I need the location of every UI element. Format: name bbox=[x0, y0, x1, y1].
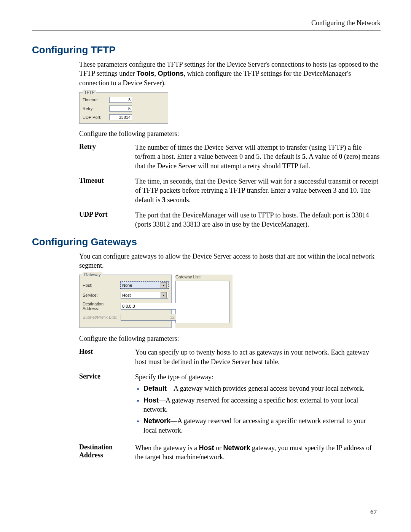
param-retry-b1: 5 bbox=[302, 153, 306, 160]
gw-subnet-row: Subnet/Prefix Bits: bbox=[83, 314, 168, 321]
bullet-default-t: —A gateway which provides general access… bbox=[167, 385, 365, 392]
chevron-down-icon[interactable]: ▾ bbox=[161, 282, 167, 288]
bullet-default: Default—A gateway which provides general… bbox=[143, 384, 381, 393]
param-dest-pre: When the gateway is a bbox=[135, 444, 199, 452]
tftp-heading: Configuring TFTP bbox=[32, 44, 381, 56]
param-udpport-pre: The port that the DeviceManager will use… bbox=[135, 211, 369, 228]
param-retry-desc: The number of times the Device Server wi… bbox=[135, 143, 381, 171]
param-service-term: Service bbox=[79, 372, 135, 380]
param-service-bullets: Default—A gateway which provides general… bbox=[135, 384, 381, 435]
gw-host-select[interactable]: None ▾ bbox=[121, 282, 168, 289]
page: Configuring the Network Configuring TFTP… bbox=[0, 0, 411, 532]
param-host-desc: You can specify up to twenty hosts to ac… bbox=[135, 348, 381, 366]
gw-list-box[interactable] bbox=[175, 281, 229, 323]
gw-panel-wrap: Gateway Host: None ▾ Service: Host ▾ bbox=[79, 275, 381, 328]
param-service-lead: Specify the type of gateway: bbox=[135, 373, 213, 381]
gw-service-row: Service: Host ▾ bbox=[83, 292, 168, 299]
tftp-panel-legend: TFTP bbox=[83, 90, 96, 94]
running-header: Configuring the Network bbox=[32, 19, 381, 27]
param-service: Service Specify the type of gateway: Def… bbox=[79, 372, 381, 437]
tftp-retry-row: Retry: bbox=[83, 105, 165, 112]
gw-host-label: Host: bbox=[83, 283, 121, 288]
tftp-intro-mid: , bbox=[155, 70, 158, 77]
param-udpport-term: UDP Port bbox=[79, 211, 135, 219]
header-rule bbox=[32, 30, 381, 30]
bullet-host: Host—A gateway reserved for accessing a … bbox=[143, 396, 381, 414]
page-number: 67 bbox=[370, 508, 377, 516]
param-service-desc: Specify the type of gateway: Default—A g… bbox=[135, 372, 381, 437]
gw-subnet-label: Subnet/Prefix Bits: bbox=[83, 315, 121, 320]
param-dest-term: Destination Address bbox=[79, 443, 135, 459]
param-dest-mid: or bbox=[214, 444, 223, 452]
bullet-network: Network—A gateway reserved for accessing… bbox=[143, 416, 381, 435]
gw-service-label: Service: bbox=[83, 293, 121, 297]
tftp-timeout-input[interactable] bbox=[109, 97, 132, 103]
param-dest: Destination Address When the gateway is … bbox=[79, 443, 381, 462]
param-host-term: Host bbox=[79, 348, 135, 356]
param-timeout: Timeout The time, in seconds, that the D… bbox=[79, 177, 381, 204]
gw-configure-line: Configure the following parameters: bbox=[79, 334, 381, 343]
tftp-timeout-label: Timeout: bbox=[83, 97, 109, 102]
gw-service-value: Host bbox=[122, 293, 131, 297]
gw-body: You can configure gateways to allow the … bbox=[79, 252, 381, 462]
param-timeout-desc: The time, in seconds, that the Device Se… bbox=[135, 177, 381, 204]
gw-panel: Gateway Host: None ▾ Service: Host ▾ bbox=[79, 275, 172, 328]
tftp-intro: These parameters configure the TFTP sett… bbox=[79, 60, 381, 88]
gw-param-table: Host You can specify up to twenty hosts … bbox=[79, 348, 381, 462]
tftp-configure-line: Configure the following parameters: bbox=[79, 129, 381, 138]
gw-panel-legend: Gateway bbox=[83, 272, 102, 277]
param-retry: Retry The number of times the Device Ser… bbox=[79, 143, 381, 171]
gw-service-select[interactable]: Host ▾ bbox=[121, 292, 168, 299]
tftp-body: These parameters configure the TFTP sett… bbox=[79, 60, 381, 229]
gw-subnet-input bbox=[121, 314, 176, 321]
tftp-param-table: Retry The number of times the Device Ser… bbox=[79, 143, 381, 229]
param-dest-b2: Network bbox=[223, 444, 250, 452]
tftp-udpport-row: UDP Port: bbox=[83, 114, 165, 120]
param-timeout-post: seconds. bbox=[166, 196, 191, 204]
gw-list: Gateway List: bbox=[175, 275, 233, 328]
gw-dest-row: Destination Address: bbox=[83, 302, 168, 311]
param-udpport: UDP Port The port that the DeviceManager… bbox=[79, 211, 381, 229]
chevron-down-icon[interactable]: ▾ bbox=[161, 292, 167, 298]
param-udpport-desc: The port that the DeviceManager will use… bbox=[135, 211, 381, 229]
bullet-host-b: Host bbox=[143, 396, 159, 404]
bullet-host-t: —A gateway reserved for accessing a spec… bbox=[143, 396, 358, 413]
tftp-retry-input[interactable] bbox=[109, 105, 132, 112]
tftp-udpport-input[interactable] bbox=[109, 114, 132, 120]
gw-heading: Configuring Gateways bbox=[32, 236, 381, 248]
gw-list-label: Gateway List: bbox=[175, 275, 233, 279]
param-dest-desc: When the gateway is a Host or Network ga… bbox=[135, 443, 381, 462]
tftp-retry-label: Retry: bbox=[83, 106, 109, 111]
bullet-network-b: Network bbox=[143, 417, 170, 425]
tftp-panel: TFTP Timeout: Retry: UDP Port: bbox=[79, 92, 168, 124]
param-dest-b1: Host bbox=[199, 444, 214, 452]
param-timeout-b1: 3 bbox=[162, 196, 166, 204]
tftp-intro-b1: Tools bbox=[137, 70, 155, 77]
param-retry-term: Retry bbox=[79, 143, 135, 151]
gw-host-value: None bbox=[122, 283, 132, 288]
tftp-timeout-row: Timeout: bbox=[83, 97, 165, 103]
gw-dest-input[interactable] bbox=[121, 303, 176, 310]
param-retry-b2: 0 bbox=[339, 153, 342, 160]
bullet-network-t: —A gateway reserved for accessing a spec… bbox=[143, 417, 366, 434]
param-timeout-term: Timeout bbox=[79, 177, 135, 185]
tftp-intro-b2: Options bbox=[158, 70, 184, 77]
gw-intro: You can configure gateways to allow the … bbox=[79, 252, 381, 270]
bullet-default-b: Default bbox=[143, 385, 167, 392]
param-host: Host You can specify up to twenty hosts … bbox=[79, 348, 381, 366]
gw-dest-label: Destination Address: bbox=[83, 302, 121, 311]
tftp-udpport-label: UDP Port: bbox=[83, 115, 109, 120]
param-retry-mid: . A value of bbox=[306, 153, 339, 160]
gw-host-row: Host: None ▾ bbox=[83, 282, 168, 289]
